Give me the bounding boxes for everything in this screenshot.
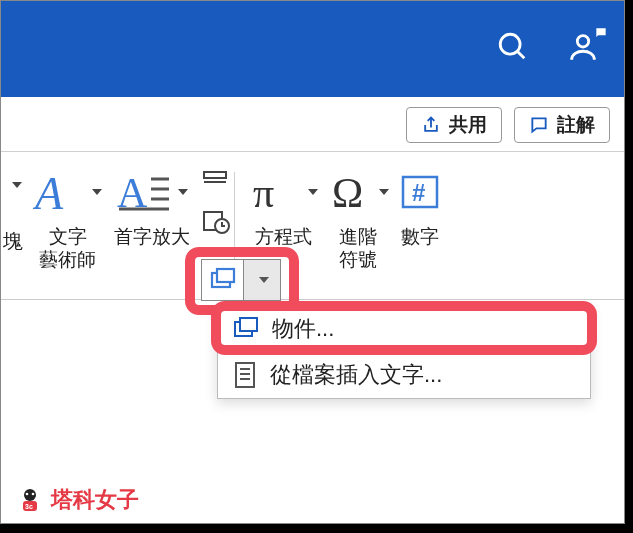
menu-item-insert-text-from-file[interactable]: 從檔案插入文字... bbox=[218, 352, 590, 398]
ribbon-dropcap-label: 首字放大 bbox=[114, 226, 190, 249]
ribbon-equation[interactable]: π 方程式 bbox=[245, 164, 322, 249]
title-bar bbox=[1, 1, 624, 97]
ribbon: 塊 A 文字 藝術師 A 首字放大 bbox=[1, 152, 624, 300]
svg-text:A: A bbox=[33, 169, 64, 215]
svg-text:3c: 3c bbox=[25, 503, 33, 510]
svg-point-26 bbox=[26, 493, 29, 496]
ribbon-wordart[interactable]: A 文字 藝術師 bbox=[29, 164, 106, 272]
date-time-icon[interactable] bbox=[200, 206, 230, 240]
ribbon-stacked-group bbox=[200, 164, 230, 240]
chevron-down-icon bbox=[379, 189, 389, 195]
ribbon-dropcap[interactable]: A 首字放大 bbox=[110, 164, 194, 249]
watermark: 3c 塔科女子 bbox=[15, 485, 139, 515]
ribbon-number-label: 數字 bbox=[401, 226, 439, 249]
highlight-annotation-menu bbox=[211, 301, 597, 355]
svg-point-0 bbox=[500, 34, 520, 54]
svg-text:π: π bbox=[253, 170, 274, 215]
ribbon-symbol-label: 進階 符號 bbox=[339, 226, 377, 272]
share-label: 共用 bbox=[449, 112, 487, 138]
chevron-down-icon bbox=[178, 189, 188, 195]
svg-line-1 bbox=[517, 51, 524, 58]
svg-text:#: # bbox=[412, 179, 425, 206]
ribbon-number[interactable]: # 數字 bbox=[393, 164, 447, 249]
svg-text:Ω: Ω bbox=[332, 170, 363, 215]
chevron-down-icon[interactable] bbox=[12, 182, 22, 188]
account-icon[interactable] bbox=[566, 30, 600, 68]
action-bar: 共用 註解 bbox=[1, 97, 624, 152]
chevron-down-icon bbox=[308, 189, 318, 195]
comment-button[interactable]: 註解 bbox=[514, 107, 610, 143]
signature-line-icon[interactable] bbox=[200, 170, 230, 200]
svg-point-2 bbox=[577, 36, 588, 47]
svg-rect-9 bbox=[204, 172, 226, 178]
watermark-text: 塔科女子 bbox=[51, 485, 139, 515]
search-icon[interactable] bbox=[496, 30, 530, 68]
svg-point-27 bbox=[32, 493, 35, 496]
ribbon-equation-label: 方程式 bbox=[255, 226, 312, 249]
ribbon-symbol[interactable]: Ω 進階 符號 bbox=[322, 164, 393, 272]
ribbon-wordart-label: 文字 藝術師 bbox=[39, 226, 96, 272]
menu-item-file-label: 從檔案插入文字... bbox=[270, 360, 442, 390]
ribbon-partial-block-label: 塊 bbox=[3, 228, 23, 255]
watermark-icon: 3c bbox=[15, 485, 45, 515]
comment-label: 註解 bbox=[557, 112, 595, 138]
chevron-down-icon bbox=[92, 189, 102, 195]
share-button[interactable]: 共用 bbox=[406, 107, 502, 143]
svg-point-25 bbox=[24, 489, 36, 501]
